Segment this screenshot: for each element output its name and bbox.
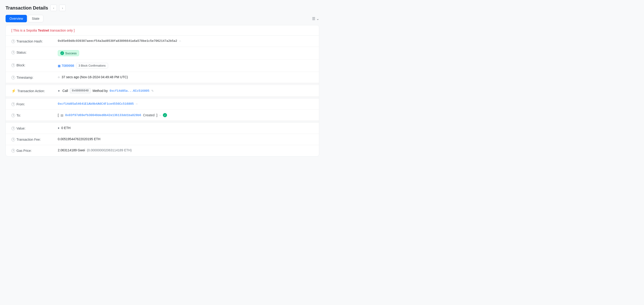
value-help-icon[interactable]: ? [11,127,15,130]
edit-icon[interactable]: ✎ [151,89,154,93]
chevron-down-icon: ⌄ [316,17,319,21]
testnet-highlight: Testnet [38,29,49,32]
page-header: Transaction Details ‹ › [6,5,319,11]
gas-price-row: ? Gas Price: 2.063114189 Gwei (0.0000000… [6,145,319,156]
clock-icon: ○ [58,75,60,79]
block-value: ▦ 7089998 3 Block Confirmations [58,63,314,69]
status-help-icon[interactable]: ? [11,51,15,54]
lightning-icon: ⚡ [11,89,16,93]
to-help-icon[interactable]: ? [11,114,15,117]
testnet-suffix: transaction only ] [49,29,75,32]
block-row: ? Block: ▦ 7089998 3 Block Confirmations [6,60,319,72]
nav-forward-button[interactable]: › [59,5,66,11]
block-number-link[interactable]: ▦ 7089998 [58,64,74,68]
view-toggle[interactable]: ☰ ⌄ [312,17,319,21]
from-row: ? From: 0xcf14d85a54641E1Ab9b4A6C4F1ce45… [6,99,319,110]
eth-diamond-icon: ♦ [58,126,60,130]
copy-to-icon[interactable]: ⎓ [159,113,161,117]
to-label: ? To: [11,113,58,117]
gas-price-eth: (0.000000002063114189 ETH) [87,148,132,152]
fee-value: 0.005195447622020195 ETH [58,137,314,141]
value-amount: ♦ 0 ETH [58,126,314,130]
to-address-link[interactable]: 0x03f97d69efb30048ded0b42e136133dd1ba828… [65,114,141,117]
to-verified-icon: ✓ [163,113,167,117]
tab-overview[interactable]: Overview [6,15,27,22]
copy-hash-icon[interactable]: ⎓ [179,39,181,43]
gas-help-icon[interactable]: ? [11,149,15,153]
section-divider-2 [6,97,319,99]
to-bracket-open: [ [58,113,59,117]
fee-row: ? Transaction Fee: 0.005195447622020195 … [6,134,319,145]
method-contract-link[interactable]: 0xcf14d85a...6Cc516805 [110,89,150,93]
tabs-container: Overview State [6,15,44,22]
status-value: Success [58,50,314,56]
status-row: ? Status: Success [6,47,319,60]
timestamp-row: ? Timestamp: ○ 37 secs ago (Nov-16-2024 … [6,72,319,83]
fee-label: ? Transaction Fee: [11,137,58,141]
value-label: ? Value: [11,126,58,130]
testnet-banner: [ This is a Sepolia Testnet transaction … [6,25,319,36]
gas-price-value: 2.063114189 Gwei (0.000000002063114189 E… [58,148,314,152]
section-divider-1 [6,83,319,85]
action-label: ⚡ Transaction Action: [11,88,58,93]
block-label: ? Block: [11,63,58,67]
to-bracket-close: ] [156,113,157,117]
to-value: [ ▤ 0x03f97d69efb30048ded0b42e136133dd1b… [58,113,314,117]
status-label: ? Status: [11,50,58,54]
method-by-label: Method by [92,89,108,93]
transaction-hash-row: ? Transaction Hash: 0x85e69d8c939307aeec… [6,36,319,47]
timestamp-label: ? Timestamp: [11,75,58,79]
action-call-text: Call [62,89,68,93]
value-row: ? Value: ♦ 0 ETH [6,123,319,134]
status-badge: Success [58,50,79,56]
action-value: ► Call 0x60806040 Method by 0xcf14d85a..… [58,88,314,93]
from-value: 0xcf14d85a54641E1Ab9b4A6C4F1ce4556Cc5168… [58,102,314,106]
section-divider-3 [6,121,319,123]
action-arrow-icon: ► [58,89,60,92]
contract-file-icon: ▤ [60,114,63,117]
block-help-icon[interactable]: ? [11,63,15,67]
tabs-row: Overview State ☰ ⌄ [6,15,319,22]
timestamp-value: ○ 37 secs ago (Nov-16-2024 04:49:48 PM U… [58,75,314,79]
tab-state[interactable]: State [28,15,44,22]
transaction-card: [ This is a Sepolia Testnet transaction … [6,25,319,156]
created-label: Created [143,113,155,117]
action-row: ⚡ Transaction Action: ► Call 0x60806040 … [6,85,319,97]
transaction-hash-label: ? Transaction Hash: [11,39,58,43]
transaction-hash-value: 0x85e69d8c939307aeecf54a3ad8530fa8309664… [58,39,314,43]
fee-help-icon[interactable]: ? [11,138,15,141]
list-icon: ☰ [312,17,315,21]
testnet-prefix: [ This is a Sepolia [11,29,38,32]
timestamp-help-icon[interactable]: ? [11,76,15,79]
hash-text: 0x85e69d8c939307aeecf54a3ad8530fa8309664… [58,39,177,43]
nav-back-button[interactable]: ‹ [50,5,57,11]
hash-help-icon[interactable]: ? [11,40,15,43]
from-help-icon[interactable]: ? [11,102,15,106]
page-title: Transaction Details [6,5,48,11]
to-row: ? To: [ ▤ 0x03f97d69efb30048ded0b42e1361… [6,110,319,121]
from-address-link[interactable]: 0xcf14d85a54641E1Ab9b4A6C4F1ce4556Cc5168… [58,102,134,106]
copy-from-icon[interactable]: ⎓ [136,102,138,106]
block-confirmations-badge: 3 Block Confirmations [76,63,108,69]
from-label: ? From: [11,102,58,106]
gas-price-label: ? Gas Price: [11,148,58,153]
method-badge: 0x60806040 [70,88,91,93]
block-cube-icon: ▦ [58,64,60,68]
